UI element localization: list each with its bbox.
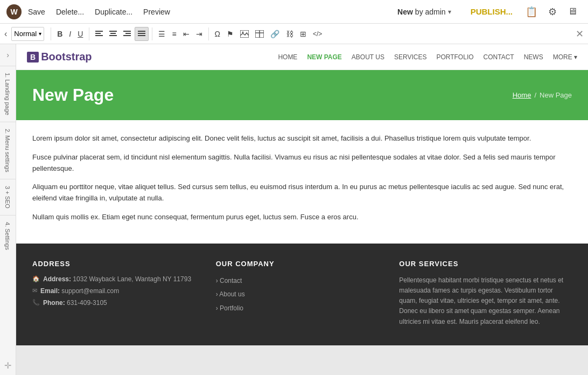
- preview-button[interactable]: Preview: [139, 5, 174, 18]
- nav-home[interactable]: HOME: [278, 53, 297, 61]
- svg-rect-4: [109, 31, 117, 32]
- separator-3: [152, 27, 152, 40]
- settings-icon-button[interactable]: ⚙: [544, 4, 561, 20]
- footer-address-title: ADDRESS: [32, 260, 205, 268]
- nav-services[interactable]: SERVICES: [394, 53, 426, 61]
- footer-phone-value: 631-409-3105: [67, 299, 107, 307]
- breadcrumb-current: New Page: [540, 91, 572, 99]
- table-edit-button[interactable]: [253, 27, 267, 41]
- status-dropdown-arrow[interactable]: ▾: [448, 8, 451, 16]
- drag-handle[interactable]: ✛: [4, 360, 11, 371]
- underline-button[interactable]: U: [75, 27, 86, 41]
- content-para-1: Lorem ipsum dolor sit amet, consectetur …: [32, 133, 572, 144]
- footer-services-text: Pellentesque habitant morbi tristique se…: [399, 275, 572, 327]
- footer-info: 🏠 Address: 1032 Wayback Lane, Wantagh NY…: [32, 275, 205, 307]
- brand-icon: B: [27, 52, 39, 63]
- align-left-button[interactable]: [93, 27, 106, 41]
- footer-link-about[interactable]: About us: [216, 289, 389, 301]
- footer-link-portfolio[interactable]: Portfolio: [216, 303, 389, 315]
- footer-company-title: OUR COMPANY: [216, 260, 389, 268]
- nav-more[interactable]: MORE ▾: [553, 53, 577, 61]
- sidebar-item-settings[interactable]: 4. Settings: [0, 215, 16, 256]
- svg-rect-0: [95, 31, 103, 32]
- flag-button[interactable]: ⚑: [224, 27, 236, 41]
- collapse-button[interactable]: ‹: [4, 29, 7, 39]
- svg-rect-5: [110, 33, 116, 34]
- table-button[interactable]: ⊞: [297, 27, 309, 41]
- nav-bar: B Bootstrap HOME NEW PAGE ABOUT US SERVI…: [16, 44, 588, 70]
- omega-button[interactable]: Ω: [212, 27, 223, 41]
- nav-contact[interactable]: CONTACT: [484, 53, 514, 61]
- ol-button[interactable]: ≡: [169, 27, 179, 41]
- nav-news[interactable]: NEWS: [524, 53, 543, 61]
- main-layout: › 1. Landing page 2. Menu settings 3 + S…: [0, 44, 588, 375]
- footer-phone-item: 📞 Phone: 631-409-3105: [32, 299, 205, 307]
- nav-about[interactable]: ABOUT US: [352, 53, 384, 61]
- page-status: New by admin ▾: [397, 8, 451, 16]
- image-button[interactable]: [237, 27, 251, 41]
- bold-button[interactable]: B: [54, 27, 65, 41]
- svg-point-17: [242, 31, 244, 33]
- home-icon: 🏠: [32, 275, 40, 282]
- footer-services-col: OUR SERVICES Pellentesque habitant morbi…: [399, 260, 572, 329]
- svg-rect-6: [109, 35, 117, 36]
- svg-rect-8: [123, 31, 131, 32]
- format-selector[interactable]: Normal ▾: [11, 27, 44, 41]
- svg-rect-14: [138, 35, 145, 36]
- footer-company-col: OUR COMPANY Contact About us Portfolio: [216, 260, 389, 329]
- page-wrapper: B Bootstrap HOME NEW PAGE ABOUT US SERVI…: [16, 44, 588, 345]
- content-section: Lorem ipsum dolor sit amet, consectetur …: [16, 120, 588, 244]
- sidebar-toggle-button[interactable]: ›: [4, 48, 11, 61]
- email-icon: ✉: [32, 287, 37, 294]
- format-label: Normal: [14, 30, 37, 38]
- toolbar-close-button[interactable]: ✕: [576, 28, 584, 40]
- align-right-button[interactable]: [121, 27, 134, 41]
- monitor-icon-button[interactable]: 🖥: [563, 4, 582, 19]
- content-para-3: Aliquam eu porttitor neque, vitae alique…: [32, 182, 572, 204]
- sidebar-items: 1. Landing page 2. Menu settings 3 + SEO…: [0, 66, 16, 256]
- svg-rect-10: [123, 35, 131, 36]
- breadcrumb-home[interactable]: Home: [513, 91, 531, 99]
- nav-new-page[interactable]: NEW PAGE: [307, 53, 341, 61]
- document-icon-button[interactable]: 📋: [521, 4, 542, 20]
- breadcrumb: Home / New Page: [513, 91, 572, 99]
- separator-4: [208, 27, 209, 40]
- delete-button[interactable]: Delete...: [52, 5, 88, 18]
- align-center-button[interactable]: [107, 27, 120, 41]
- link-button[interactable]: 🔗: [268, 27, 282, 41]
- indent-button[interactable]: ⇥: [193, 27, 205, 41]
- footer-services-title: OUR SERVICES: [399, 260, 572, 268]
- ul-button[interactable]: ☰: [156, 27, 168, 41]
- code-button[interactable]: </>: [310, 27, 325, 41]
- footer-address-item: 🏠 Address: 1032 Wayback Lane, Wantagh NY…: [32, 275, 205, 283]
- footer-address-value: 1032 Wayback Lane, Wantagh NY 11793: [73, 275, 191, 283]
- hero-title: New Page: [32, 85, 513, 105]
- left-sidebar: › 1. Landing page 2. Menu settings 3 + S…: [0, 44, 16, 375]
- format-arrow: ▾: [39, 31, 41, 37]
- top-bar: W Save Delete... Duplicate... Preview Ne…: [0, 0, 588, 24]
- sidebar-item-seo[interactable]: 3 + SEO: [0, 179, 16, 215]
- footer-email-item: ✉ Email: support@email.com: [32, 287, 205, 295]
- content-para-2: Fusce pulvinar placerat sem, id tincidun…: [32, 152, 572, 175]
- sidebar-item-menu[interactable]: 2. Menu settings: [0, 122, 16, 179]
- align-justify-button[interactable]: [135, 27, 149, 41]
- svg-rect-9: [125, 33, 131, 34]
- logo: W: [6, 4, 22, 19]
- svg-rect-2: [95, 35, 103, 36]
- sidebar-item-landing[interactable]: 1. Landing page: [0, 66, 16, 122]
- svg-rect-13: [138, 33, 145, 34]
- nav-links: HOME NEW PAGE ABOUT US SERVICES PORTFOLI…: [278, 53, 577, 61]
- duplicate-button[interactable]: Duplicate...: [90, 5, 137, 18]
- outdent-button[interactable]: ⇤: [180, 27, 192, 41]
- brand-name: Bootstrap: [41, 51, 92, 63]
- publish-button[interactable]: PUBLISH...: [464, 5, 519, 18]
- svg-rect-1: [95, 33, 101, 34]
- unlink-button[interactable]: ⛓: [283, 27, 296, 41]
- svg-rect-12: [138, 31, 145, 32]
- nav-portfolio[interactable]: PORTFOLIO: [436, 53, 473, 61]
- content-area[interactable]: B Bootstrap HOME NEW PAGE ABOUT US SERVI…: [16, 44, 588, 375]
- footer-email-value: support@email.com: [61, 287, 119, 295]
- save-button[interactable]: Save: [24, 5, 50, 18]
- italic-button[interactable]: I: [66, 27, 74, 41]
- footer-link-contact[interactable]: Contact: [216, 275, 389, 287]
